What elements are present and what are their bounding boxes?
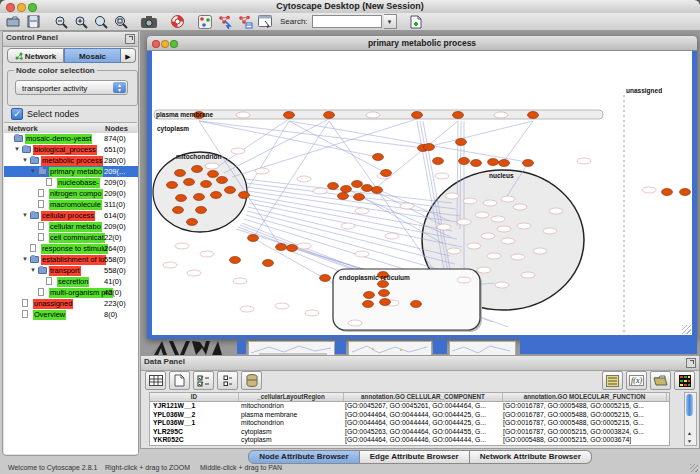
tree-row[interactable]: ▼primary metabo209(... [4, 166, 138, 177]
vizmapper-icon[interactable] [196, 14, 214, 30]
tree-row[interactable]: ▼establishment of lo558(0) [4, 254, 138, 265]
tree-row[interactable]: multi-organism pro42(0) [4, 287, 138, 298]
table-row[interactable]: YDR039C__1mitochondrion[GO:0044464, GO:0… [150, 445, 669, 446]
open-icon[interactable] [4, 14, 22, 30]
import-attributes-icon[interactable] [650, 371, 671, 390]
table-scrollbar[interactable]: ▲ ▼ [684, 392, 697, 446]
tree-row[interactable]: Overview8(0) [4, 309, 138, 320]
tree-row-label[interactable]: biological_process [33, 145, 97, 155]
matrix-icon[interactable] [674, 371, 695, 390]
column-header[interactable]: annotation.GO MOLECULAR_FUNCTION [503, 393, 667, 401]
table-row[interactable]: YPL036W__1mitochondrion[GO:0044464, GO:0… [150, 419, 669, 428]
background-network-thumbnail[interactable] [348, 341, 432, 355]
filter-window-icon[interactable] [256, 14, 274, 30]
attribute-list-icon[interactable] [602, 371, 623, 390]
background-window-edge[interactable] [520, 339, 697, 354]
tree-row-label[interactable]: cell communicat [49, 233, 105, 243]
snapshot-icon[interactable] [140, 14, 158, 30]
tree-row[interactable]: ▼biological_process651(0) [4, 144, 138, 155]
float-panel-icon[interactable] [686, 358, 696, 368]
window-resize-grip[interactable] [682, 325, 691, 334]
function-builder-icon[interactable]: f(x) [626, 371, 647, 390]
tree-row-label[interactable]: cellular process [41, 211, 95, 221]
expander-icon[interactable]: ▼ [30, 166, 36, 177]
expander-icon[interactable]: ▼ [22, 210, 28, 221]
tree-row[interactable]: cellular metabo209(0) [4, 221, 138, 232]
node-color-dropdown[interactable]: transporter activity ▲▼ [15, 80, 128, 95]
tree-row[interactable]: macromolecule311(0) [4, 199, 138, 210]
tree-row[interactable]: ▼cellular process614(0) [4, 210, 138, 221]
zoom-selected-icon[interactable] [112, 14, 130, 30]
tree-row[interactable]: ▼metabolic process280(0) [4, 155, 138, 166]
scroll-up-icon[interactable]: ▲ [685, 429, 694, 437]
background-network-thumbnail[interactable] [248, 341, 335, 355]
column-header[interactable]: ID [150, 393, 239, 401]
background-window-edge[interactable] [433, 340, 447, 354]
tree-row[interactable]: nucleobase-209(0) [4, 177, 138, 188]
tree-row[interactable]: ▼transport558(0) [4, 265, 138, 276]
table-row[interactable]: YLR295Ccytoplasm[GO:0045263, GO:0044464,… [150, 428, 669, 437]
tree-row[interactable]: nitrogen compo209(0) [4, 188, 138, 199]
tree-row-label[interactable]: cellular metabo [49, 222, 102, 232]
scrollbar-thumb[interactable] [686, 394, 693, 416]
tab-overflow-arrow[interactable]: ▶ [121, 48, 136, 63]
tree-row-label[interactable]: Overview [33, 310, 66, 320]
tab-node-attribute-browser[interactable]: Node Attribute Browser [248, 450, 360, 464]
table-row[interactable]: YJR121W__1mitochondrion[GO:0045267, GO:0… [150, 402, 669, 411]
help-icon[interactable] [168, 14, 186, 30]
import-table-icon[interactable] [236, 14, 254, 30]
tree-row-label[interactable]: establishment of lo [41, 255, 106, 265]
tree-row-label[interactable]: response to stimulu [41, 244, 108, 254]
tree-row-label[interactable]: nucleobase- [57, 178, 100, 188]
tab-edge-attribute-browser[interactable]: Edge Attribute Browser [360, 450, 470, 464]
new-document-icon[interactable] [407, 14, 425, 30]
background-window-edge[interactable] [237, 340, 246, 354]
network-canvas[interactable]: plasma membranecytoplasmmitochondrionnuc… [152, 51, 692, 335]
tree-row-label[interactable]: metabolic process [41, 156, 103, 166]
app-resize-grip[interactable] [690, 464, 698, 472]
expander-icon[interactable]: ▼ [14, 144, 20, 155]
save-icon[interactable] [24, 14, 42, 30]
table-row[interactable]: YKR052Ccytoplasm[GO:0044464, GO:0044446,… [150, 436, 669, 445]
attribute-table[interactable]: ID_cellularLayoutRegionannotation.GO CEL… [149, 392, 670, 446]
select-nodes-checkbox[interactable]: ✓ [11, 108, 23, 120]
tree-row[interactable]: mosaic-demo-yeast874(0) [4, 133, 138, 144]
tree-row[interactable]: response to stimulu264(0) [4, 243, 138, 254]
expander-icon[interactable]: ▼ [22, 254, 28, 265]
tree-row[interactable]: cell communicat22(0) [4, 232, 138, 243]
zoom-in-icon[interactable] [72, 14, 90, 30]
table-row[interactable]: YPL036W__2plasma membrane[GO:0044464, GO… [150, 411, 669, 420]
tab-network[interactable]: Network [7, 48, 64, 63]
scroll-down-icon[interactable]: ▼ [685, 437, 694, 445]
tree-row-label[interactable]: primary metabo [49, 167, 103, 177]
attribute-table-icon[interactable] [145, 371, 166, 390]
zoom-out-icon[interactable] [52, 14, 70, 30]
app-titlebar[interactable]: Cytoscape Desktop (New Session) [0, 0, 700, 14]
column-header[interactable]: _cellularLayoutRegion [239, 393, 344, 401]
tree-row-label[interactable]: nitrogen compo [49, 189, 103, 199]
tree-row-label[interactable]: unassigned [33, 299, 73, 309]
import-network-icon[interactable] [216, 14, 234, 30]
new-attribute-icon[interactable] [169, 371, 190, 390]
column-header[interactable]: annotation.GO CELLULAR_COMPONENT [344, 393, 503, 401]
network-view-window[interactable]: primary metabolic process plasma membran… [147, 36, 697, 339]
tree-row-label[interactable]: mosaic-demo-yeast [25, 134, 92, 144]
expander-icon[interactable]: ▼ [30, 265, 36, 276]
tree-row-label[interactable]: macromolecule [49, 200, 102, 210]
tab-network-attribute-browser[interactable]: Network Attribute Browser [470, 450, 592, 464]
select-attributes-icon[interactable] [193, 371, 214, 390]
unselect-attributes-icon[interactable] [217, 371, 238, 390]
delete-attribute-icon[interactable] [241, 371, 262, 390]
zoom-fit-icon[interactable] [92, 14, 110, 30]
tree-row-label[interactable]: transport [49, 266, 81, 276]
background-network-thumbnail[interactable] [449, 341, 516, 355]
float-panel-icon[interactable] [125, 34, 135, 44]
network-graph[interactable]: plasma membranecytoplasmmitochondrionnuc… [152, 51, 692, 335]
search-input[interactable] [312, 15, 382, 28]
tree-row[interactable]: unassigned223(0) [4, 298, 138, 309]
tab-mosaic[interactable]: Mosaic [64, 48, 121, 63]
expander-icon[interactable]: ▼ [22, 155, 28, 166]
network-window-titlebar[interactable]: primary metabolic process [147, 36, 697, 51]
search-dropdown-icon[interactable]: ▾ [384, 14, 397, 29]
background-window-edge[interactable] [335, 340, 346, 354]
